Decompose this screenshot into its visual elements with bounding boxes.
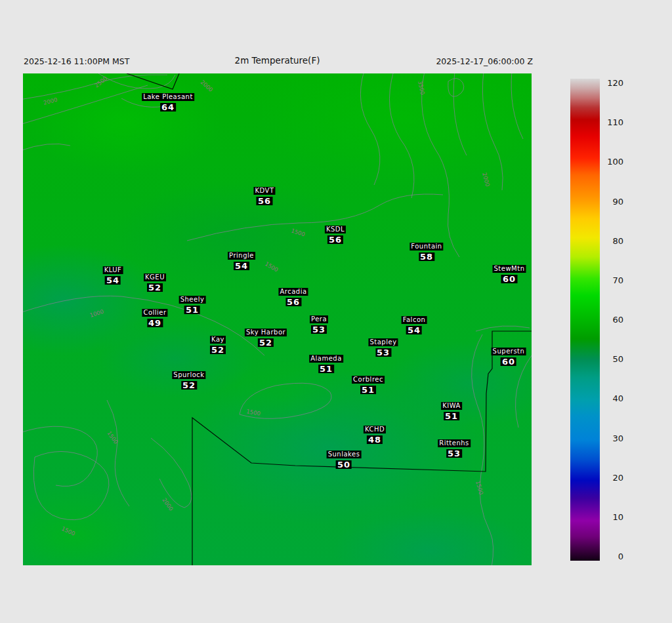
colorbar-tick-label: 100: [587, 157, 623, 167]
station-name: Sheely: [179, 296, 206, 304]
station-temperature-value: 52: [210, 346, 226, 354]
station-label: Rittenhs53: [438, 437, 471, 458]
station-temperature-value: 52: [181, 381, 197, 390]
station-label: Pera53: [310, 313, 328, 334]
colorbar-tick-label: 30: [587, 433, 623, 444]
station-name: Fountain: [410, 243, 443, 251]
station-name: Falcon: [402, 316, 427, 324]
station-name: Spurlock: [172, 371, 205, 379]
station-temperature-value: 51: [444, 412, 459, 420]
station-name: Sky Harbor: [245, 329, 287, 336]
colorbar-tick-label: 0: [587, 552, 623, 562]
station-label: KGEU52: [144, 271, 166, 292]
colorbar-tick-label: 80: [587, 236, 623, 247]
contour-elevation-label: 1500: [246, 408, 261, 417]
valid-time-utc: 2025-12-17_06:00:00 Z: [394, 56, 533, 66]
station-name: KLUF: [103, 266, 123, 274]
station-temperature-value: 53: [375, 348, 391, 357]
station-label: StewMtn60: [493, 262, 526, 284]
station-name: KDVT: [253, 187, 275, 195]
contour-elevation-label: 1000: [89, 308, 105, 319]
station-label: KSDL56: [325, 223, 346, 245]
contour-elevation-label: 2000: [200, 79, 215, 93]
station-temperature-value: 53: [446, 449, 462, 458]
contour-elevation-label: 1500: [264, 260, 280, 273]
station-temperature-value: 52: [147, 283, 163, 292]
colorbar-tick-label: 10: [587, 512, 623, 523]
station-name: Stapley: [368, 338, 398, 346]
station-label: Superstn60: [492, 345, 526, 367]
station-temperature-value: 51: [318, 365, 334, 373]
station-name: Lake Pleasant: [142, 93, 194, 101]
station-temperature-value: 50: [336, 460, 352, 469]
contour-labels: 2000250020003500200015001500100015001500…: [43, 75, 491, 537]
station-name: Pringle: [228, 252, 255, 260]
colorbar-tick-label: 60: [587, 315, 623, 325]
station-name: KCHD: [364, 426, 386, 433]
station-temperature-value: 56: [257, 197, 272, 205]
county-boundaries: [127, 73, 532, 565]
station-temperature-value: 56: [327, 235, 343, 244]
colorbar-tick-label: 90: [587, 197, 623, 207]
station-name: Corblrec: [352, 376, 385, 384]
temperature-map: 2000250020003500200015001500100015001500…: [23, 73, 532, 565]
station-label: Falcon54: [402, 313, 427, 335]
station-temperature-value: 48: [367, 435, 383, 444]
station-label: Collier49: [142, 306, 167, 328]
station-name: KIWA: [441, 402, 462, 410]
station-name: Arcadia: [278, 288, 308, 296]
colorbar-tick-label: 40: [587, 393, 623, 404]
weather-map-page: { "header": { "valid_local": "2025-12-16…: [0, 0, 672, 623]
station-label: Fountain58: [410, 240, 443, 262]
station-label: Arcadia56: [278, 285, 308, 307]
station-label: Alameda51: [309, 352, 343, 374]
contour-elevation-label: 1500: [474, 480, 484, 495]
station-label: KIWA51: [441, 399, 462, 421]
contour-elevation-label: 2000: [481, 172, 491, 187]
station-name: KGEU: [144, 273, 166, 281]
station-name: Rittenhs: [438, 439, 471, 447]
station-temperature-value: 51: [184, 306, 200, 314]
station-label: Sky Harbor52: [245, 326, 287, 348]
station-label: KDVT56: [253, 184, 275, 206]
station-label: Lake Pleasant64: [142, 90, 194, 112]
station-label: Sheely51: [179, 293, 206, 315]
station-label: Kay52: [210, 333, 226, 355]
contour-elevation-label: 1500: [60, 525, 76, 537]
elevation-contours: [23, 73, 532, 565]
contour-overlay: 2000250020003500200015001500100015001500…: [23, 73, 532, 565]
station-name: Kay: [210, 336, 226, 344]
station-name: Sunlakes: [327, 451, 362, 458]
station-name: Collier: [142, 309, 167, 317]
station-label: Sunlakes50: [327, 448, 362, 470]
colorbar-tick-label: 110: [587, 117, 623, 128]
contour-elevation-label: 1500: [290, 227, 306, 237]
colorbar-tick-label: 70: [587, 275, 623, 286]
station-name: StewMtn: [493, 265, 526, 273]
station-temperature-value: 56: [285, 298, 301, 306]
station-temperature-value: 60: [501, 275, 517, 283]
contour-elevation-label: 2500: [93, 75, 108, 89]
station-name: Pera: [310, 315, 328, 323]
station-label: KCHD48: [364, 423, 386, 445]
station-temperature-value: 49: [147, 319, 163, 327]
station-temperature-value: 51: [360, 386, 376, 394]
colorbar-tick-label: 50: [587, 354, 623, 365]
station-temperature-value: 58: [419, 252, 434, 261]
station-label: Corblrec51: [352, 373, 385, 395]
station-temperature-value: 52: [258, 338, 274, 347]
station-temperature-value: 53: [311, 325, 327, 334]
contour-elevation-label: 3500: [417, 80, 426, 95]
station-temperature-value: 54: [234, 262, 249, 270]
station-name: Alameda: [309, 355, 343, 363]
station-label: Pringle54: [228, 249, 255, 271]
colorbar-tick-label: 120: [587, 78, 623, 89]
station-name: Superstn: [492, 348, 526, 355]
colorbar-tick-label: 20: [587, 473, 623, 483]
station-label: KLUF54: [103, 264, 123, 285]
station-name: KSDL: [325, 226, 346, 233]
station-temperature-value: 64: [160, 103, 176, 111]
station-temperature-value: 60: [501, 357, 516, 366]
station-label: Stapley53: [368, 336, 398, 357]
station-temperature-value: 54: [105, 276, 121, 285]
